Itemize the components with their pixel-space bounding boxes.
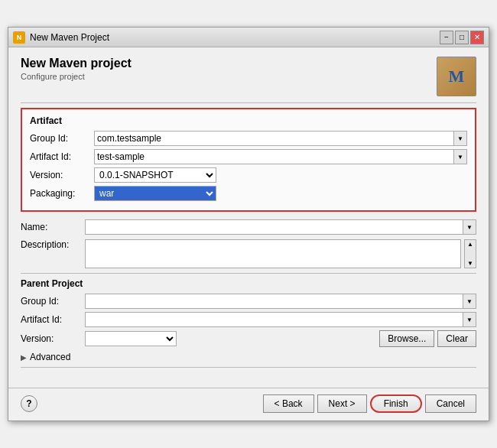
name-dropdown-arrow[interactable]: ▼ bbox=[463, 219, 476, 235]
name-row: Name: ▼ bbox=[21, 218, 476, 236]
version-label: Version: bbox=[30, 170, 91, 180]
parent-group-id-input[interactable] bbox=[85, 294, 463, 309]
main-window: N New Maven Project − □ ✕ New Maven proj… bbox=[8, 27, 489, 421]
parent-group-id-arrow[interactable]: ▼ bbox=[463, 294, 476, 309]
version-select[interactable]: 0.0.1-SNAPSHOT bbox=[94, 167, 216, 183]
version-row: Version: 0.0.1-SNAPSHOT bbox=[30, 167, 467, 183]
description-label: Description: bbox=[21, 239, 82, 250]
header-separator bbox=[21, 102, 476, 103]
browse-button[interactable]: Browse... bbox=[379, 330, 434, 347]
finish-button[interactable]: Finish bbox=[370, 394, 422, 413]
description-textarea[interactable] bbox=[85, 239, 461, 268]
group-id-input[interactable] bbox=[94, 131, 453, 146]
cancel-button[interactable]: Cancel bbox=[425, 394, 476, 413]
maven-logo: M bbox=[437, 57, 476, 96]
parent-project-label: Parent Project bbox=[21, 278, 476, 289]
group-id-field-wrapper: ▼ bbox=[94, 131, 467, 146]
parent-artifact-id-row: Artifact Id: ▼ bbox=[21, 312, 476, 327]
dialog-title: New Maven project bbox=[21, 57, 132, 70]
clear-button[interactable]: Clear bbox=[437, 330, 476, 347]
window-icon: N bbox=[13, 31, 25, 44]
group-id-label: Group Id: bbox=[30, 133, 91, 144]
parent-group-id-row: Group Id: ▼ bbox=[21, 294, 476, 309]
parent-artifact-id-input[interactable] bbox=[85, 312, 463, 327]
parent-artifact-id-wrapper: ▼ bbox=[85, 312, 476, 327]
maximize-button[interactable]: □ bbox=[455, 31, 469, 44]
navigation-buttons: < Back Next > Finish Cancel bbox=[263, 394, 476, 413]
description-scrollbar[interactable]: ▲ ▼ bbox=[464, 239, 476, 268]
artifact-id-label: Artifact Id: bbox=[30, 151, 91, 162]
parent-artifact-id-arrow[interactable]: ▼ bbox=[463, 312, 476, 327]
packaging-label: Packaging: bbox=[30, 188, 91, 199]
title-controls: − □ ✕ bbox=[440, 31, 484, 44]
parent-group-id-wrapper: ▼ bbox=[85, 294, 476, 309]
dialog-header: New Maven project Configure project M bbox=[21, 57, 476, 96]
parent-version-select[interactable] bbox=[85, 331, 177, 346]
description-row: Description: ▲ ▼ bbox=[21, 239, 476, 268]
parent-separator bbox=[21, 273, 476, 274]
minimize-button[interactable]: − bbox=[440, 31, 453, 44]
group-id-row: Group Id: ▼ bbox=[30, 131, 467, 146]
dialog-content: New Maven project Configure project M Ar… bbox=[8, 47, 489, 381]
help-button[interactable]: ? bbox=[21, 395, 37, 412]
advanced-row: ▶ Advanced bbox=[21, 352, 476, 362]
dialog-subtitle: Configure project bbox=[21, 72, 132, 81]
artifact-section-label: Artifact bbox=[30, 115, 467, 126]
parent-version-row: Version: Browse... Clear bbox=[21, 330, 476, 347]
back-button[interactable]: < Back bbox=[263, 394, 314, 413]
name-input[interactable] bbox=[85, 219, 463, 235]
close-button[interactable]: ✕ bbox=[470, 31, 484, 44]
name-label: Name: bbox=[21, 222, 82, 232]
parent-group-id-label: Group Id: bbox=[21, 296, 82, 307]
bottom-separator bbox=[21, 367, 476, 368]
packaging-select[interactable]: war jar pom bbox=[94, 186, 216, 201]
parent-artifact-id-label: Artifact Id: bbox=[21, 314, 82, 325]
bottom-bar: ? < Back Next > Finish Cancel bbox=[8, 388, 489, 420]
name-field-wrapper: ▼ bbox=[85, 219, 476, 235]
packaging-row: Packaging: war jar pom bbox=[30, 186, 467, 201]
advanced-label[interactable]: Advanced bbox=[30, 352, 70, 362]
artifact-id-dropdown-arrow[interactable]: ▼ bbox=[453, 149, 467, 164]
artifact-section: Artifact Group Id: ▼ Artifact Id: ▼ Ver bbox=[21, 108, 476, 212]
parent-version-label: Version: bbox=[21, 333, 82, 344]
window-title: New Maven Project bbox=[30, 32, 109, 43]
artifact-id-row: Artifact Id: ▼ bbox=[30, 149, 467, 164]
group-id-dropdown-arrow[interactable]: ▼ bbox=[453, 131, 467, 146]
title-bar: N New Maven Project − □ ✕ bbox=[8, 28, 489, 47]
next-button[interactable]: Next > bbox=[317, 394, 367, 413]
advanced-triangle-icon: ▶ bbox=[21, 353, 27, 362]
artifact-id-field-wrapper: ▼ bbox=[94, 149, 467, 164]
artifact-id-input[interactable] bbox=[94, 149, 453, 164]
parent-project-section: Parent Project Group Id: ▼ Artifact Id: … bbox=[21, 278, 476, 347]
